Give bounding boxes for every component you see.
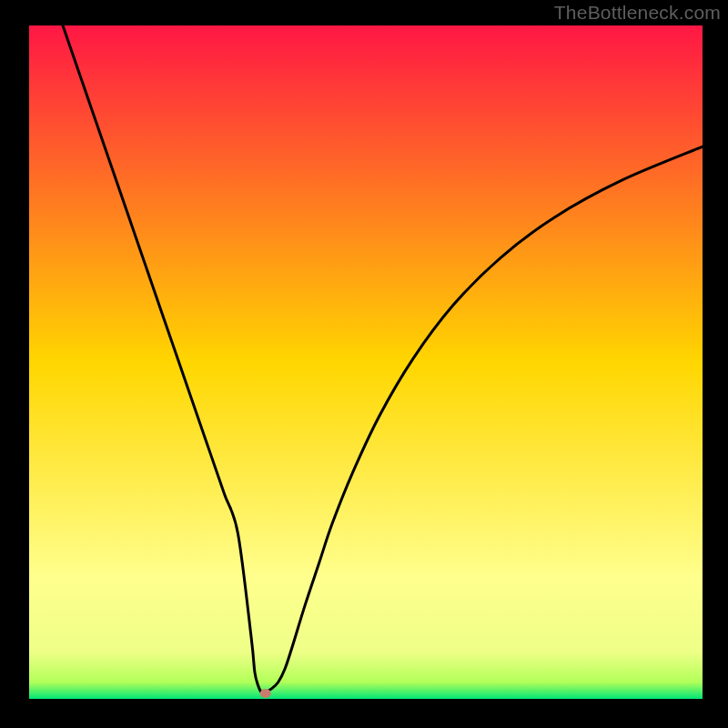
watermark-text: TheBottleneck.com (554, 2, 721, 24)
plot-area (29, 25, 703, 699)
bottleneck-chart (0, 0, 728, 728)
marker-dot (260, 689, 271, 698)
chart-container: TheBottleneck.com (0, 0, 728, 728)
